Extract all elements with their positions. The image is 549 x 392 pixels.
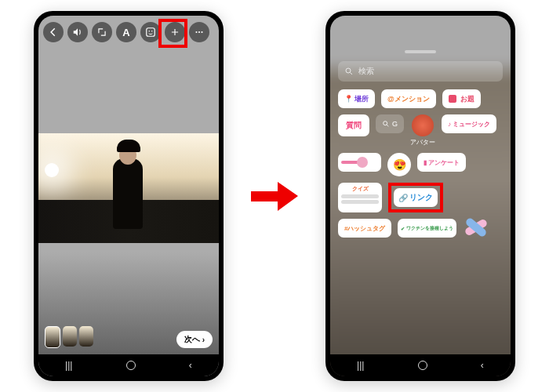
check-icon: ✔ xyxy=(401,226,405,231)
sticker-avatar[interactable]: アバター xyxy=(410,114,435,147)
home-icon[interactable] xyxy=(126,361,136,370)
sticker-quiz[interactable]: クイズ xyxy=(338,183,382,212)
highlight-link-sticker: 🔗リンク xyxy=(388,183,443,212)
sticker-odai[interactable]: お題 xyxy=(442,89,481,108)
svg-point-1 xyxy=(148,31,150,32)
sticker-grid: 📍場所 @メンション お題 質問 G アバター ♪ミュージック 😍 ▮アンケート… xyxy=(330,89,511,238)
sticker-emoji[interactable]: 😍 xyxy=(387,153,411,176)
highlight-sticker-button xyxy=(158,19,187,48)
next-button[interactable]: 次へ› xyxy=(176,331,213,348)
arrow-right-icon xyxy=(251,179,298,214)
crop-icon[interactable] xyxy=(92,22,112,42)
android-navbar: ||| ‹ xyxy=(330,354,511,376)
thumb-3[interactable] xyxy=(79,326,93,347)
svg-point-3 xyxy=(195,31,197,33)
drag-handle-icon[interactable] xyxy=(405,50,436,53)
svg-point-7 xyxy=(384,122,387,125)
poll-icon: ▮ xyxy=(424,159,427,166)
sticker-music[interactable]: ♪ミュージック xyxy=(442,114,496,133)
audio-icon[interactable] xyxy=(67,22,88,42)
svg-point-4 xyxy=(198,31,200,33)
more-icon[interactable] xyxy=(189,22,209,42)
sticker-gif[interactable]: G xyxy=(376,114,404,133)
thumb-2[interactable] xyxy=(63,326,77,347)
sticker-hashtag[interactable]: #ハッシュタグ xyxy=(338,219,391,238)
android-navbar: ||| ‹ xyxy=(38,354,219,376)
back-nav-icon[interactable]: ‹ xyxy=(189,360,192,371)
svg-point-6 xyxy=(346,68,351,73)
svg-point-5 xyxy=(201,31,202,33)
sticker-mention[interactable]: @メンション xyxy=(381,89,436,108)
avatar-face-icon xyxy=(412,114,434,136)
sticker-link[interactable]: 🔗リンク xyxy=(394,188,438,207)
svg-rect-0 xyxy=(147,28,155,37)
search-placeholder: 検索 xyxy=(358,66,374,77)
sticker-slider[interactable] xyxy=(338,153,381,172)
thumb-1[interactable] xyxy=(45,326,60,348)
sticker-bandage[interactable] xyxy=(463,219,489,236)
search-icon xyxy=(344,67,354,76)
recent-apps-icon[interactable]: ||| xyxy=(357,360,364,371)
story-photo xyxy=(38,133,219,243)
back-button[interactable] xyxy=(43,22,64,42)
recent-apps-icon[interactable]: ||| xyxy=(65,360,72,371)
link-icon: 🔗 xyxy=(398,194,408,202)
sticker-search[interactable]: 検索 xyxy=(338,61,503,82)
text-icon[interactable]: A xyxy=(116,22,136,42)
thumbnail-strip[interactable] xyxy=(45,326,93,348)
chevron-right-icon: › xyxy=(202,336,205,344)
sticker-location[interactable]: 📍場所 xyxy=(338,89,375,108)
story-toolbar: A xyxy=(43,22,214,42)
sticker-vaccine[interactable]: ✔ワクチンを接種しよう xyxy=(398,219,456,238)
sticker-question[interactable]: 質問 xyxy=(338,114,369,136)
phone-story-editor: A 次へ› ||| ‹ xyxy=(34,11,224,381)
home-icon[interactable] xyxy=(418,361,427,370)
pin-icon: 📍 xyxy=(344,95,353,103)
search-icon xyxy=(382,120,390,128)
svg-point-2 xyxy=(151,31,153,32)
phone-sticker-picker: 検索 📍場所 @メンション お題 質問 G アバター ♪ミュージック 😍 ▮アン… xyxy=(325,11,515,381)
sticker-poll[interactable]: ▮アンケート xyxy=(417,153,466,172)
back-nav-icon[interactable]: ‹ xyxy=(481,360,484,371)
music-icon: ♪ xyxy=(448,121,451,128)
